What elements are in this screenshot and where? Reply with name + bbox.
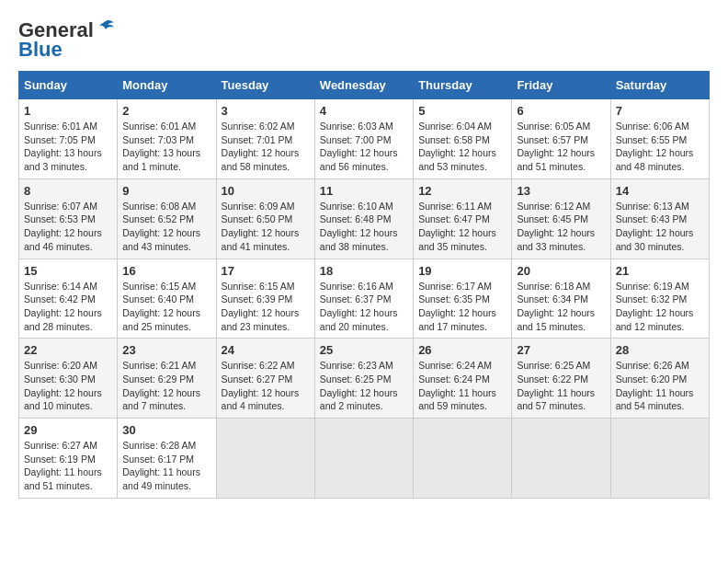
calendar-cell: 6Sunrise: 6:05 AMSunset: 6:57 PMDaylight… (512, 99, 610, 179)
sunrise-text: Sunrise: 6:02 AMSunset: 7:01 PMDaylight:… (222, 121, 300, 172)
day-number: 6 (517, 104, 605, 118)
sunrise-text: Sunrise: 6:27 AMSunset: 6:19 PMDaylight:… (24, 440, 102, 491)
page-header: General Blue (18, 18, 710, 62)
sunrise-text: Sunrise: 6:15 AMSunset: 6:40 PMDaylight:… (122, 281, 200, 332)
sunrise-text: Sunrise: 6:01 AMSunset: 7:05 PMDaylight:… (24, 121, 102, 172)
day-number: 29 (24, 423, 112, 437)
day-number: 20 (517, 264, 605, 278)
day-number: 24 (222, 343, 310, 357)
sunrise-text: Sunrise: 6:10 AMSunset: 6:48 PMDaylight:… (320, 201, 398, 252)
calendar-week-row: 15Sunrise: 6:14 AMSunset: 6:42 PMDayligh… (19, 259, 710, 339)
sunrise-text: Sunrise: 6:14 AMSunset: 6:42 PMDaylight:… (24, 281, 102, 332)
day-number: 21 (616, 264, 704, 278)
sunrise-text: Sunrise: 6:16 AMSunset: 6:37 PMDaylight:… (320, 281, 398, 332)
calendar-cell: 20Sunrise: 6:18 AMSunset: 6:34 PMDayligh… (512, 259, 610, 339)
sunrise-text: Sunrise: 6:18 AMSunset: 6:34 PMDaylight:… (517, 281, 595, 332)
day-number: 22 (24, 343, 112, 357)
sunrise-text: Sunrise: 6:13 AMSunset: 6:43 PMDaylight:… (616, 201, 694, 252)
sunrise-text: Sunrise: 6:19 AMSunset: 6:32 PMDaylight:… (616, 281, 694, 332)
day-number: 7 (616, 104, 704, 118)
calendar-cell (610, 419, 709, 499)
sunrise-text: Sunrise: 6:01 AMSunset: 7:03 PMDaylight:… (122, 121, 200, 172)
day-number: 18 (320, 264, 408, 278)
day-number: 27 (517, 343, 605, 357)
calendar-cell: 28Sunrise: 6:26 AMSunset: 6:20 PMDayligh… (610, 339, 709, 419)
calendar-cell: 13Sunrise: 6:12 AMSunset: 6:45 PMDayligh… (512, 178, 610, 259)
calendar-cell (512, 419, 610, 499)
calendar-cell: 14Sunrise: 6:13 AMSunset: 6:43 PMDayligh… (610, 178, 709, 259)
calendar-cell: 4Sunrise: 6:03 AMSunset: 7:00 PMDaylight… (314, 99, 413, 179)
logo: General Blue (18, 18, 116, 62)
calendar-header-row: SundayMondayTuesdayWednesdayThursdayFrid… (19, 72, 710, 99)
sunrise-text: Sunrise: 6:28 AMSunset: 6:17 PMDaylight:… (122, 440, 200, 491)
day-number: 23 (122, 343, 210, 357)
sunrise-text: Sunrise: 6:05 AMSunset: 6:57 PMDaylight:… (517, 121, 595, 172)
day-number: 4 (320, 104, 408, 118)
day-number: 5 (418, 104, 506, 118)
sunrise-text: Sunrise: 6:20 AMSunset: 6:30 PMDaylight:… (24, 360, 102, 411)
sunrise-text: Sunrise: 6:06 AMSunset: 6:55 PMDaylight:… (616, 121, 694, 172)
day-number: 26 (418, 343, 506, 357)
header-wednesday: Wednesday (314, 72, 413, 99)
sunrise-text: Sunrise: 6:24 AMSunset: 6:24 PMDaylight:… (418, 360, 496, 411)
calendar-table: SundayMondayTuesdayWednesdayThursdayFrid… (18, 71, 710, 499)
logo-bird-icon (96, 19, 116, 38)
calendar-cell: 18Sunrise: 6:16 AMSunset: 6:37 PMDayligh… (314, 259, 413, 339)
sunrise-text: Sunrise: 6:03 AMSunset: 7:00 PMDaylight:… (320, 121, 398, 172)
sunrise-text: Sunrise: 6:21 AMSunset: 6:29 PMDaylight:… (122, 360, 200, 411)
calendar-cell: 2Sunrise: 6:01 AMSunset: 7:03 PMDaylight… (118, 99, 216, 179)
sunrise-text: Sunrise: 6:25 AMSunset: 6:22 PMDaylight:… (517, 360, 595, 411)
calendar-cell: 17Sunrise: 6:15 AMSunset: 6:39 PMDayligh… (216, 259, 314, 339)
calendar-cell (414, 419, 512, 499)
day-number: 13 (517, 184, 605, 198)
calendar-week-row: 8Sunrise: 6:07 AMSunset: 6:53 PMDaylight… (19, 178, 710, 259)
sunrise-text: Sunrise: 6:23 AMSunset: 6:25 PMDaylight:… (320, 360, 398, 411)
calendar-cell: 22Sunrise: 6:20 AMSunset: 6:30 PMDayligh… (19, 339, 118, 419)
sunrise-text: Sunrise: 6:22 AMSunset: 6:27 PMDaylight:… (222, 360, 300, 411)
day-number: 19 (418, 264, 506, 278)
day-number: 1 (24, 104, 112, 118)
calendar-cell: 1Sunrise: 6:01 AMSunset: 7:05 PMDaylight… (19, 99, 118, 179)
day-number: 3 (222, 104, 310, 118)
day-number: 15 (24, 264, 112, 278)
calendar-cell: 21Sunrise: 6:19 AMSunset: 6:32 PMDayligh… (610, 259, 709, 339)
header-thursday: Thursday (414, 72, 512, 99)
calendar-cell: 11Sunrise: 6:10 AMSunset: 6:48 PMDayligh… (314, 178, 413, 259)
day-number: 9 (122, 184, 210, 198)
day-number: 12 (418, 184, 506, 198)
calendar-cell: 19Sunrise: 6:17 AMSunset: 6:35 PMDayligh… (414, 259, 512, 339)
calendar-week-row: 1Sunrise: 6:01 AMSunset: 7:05 PMDaylight… (19, 99, 710, 179)
calendar-cell: 30Sunrise: 6:28 AMSunset: 6:17 PMDayligh… (118, 419, 216, 499)
calendar-cell: 10Sunrise: 6:09 AMSunset: 6:50 PMDayligh… (216, 178, 314, 259)
calendar-cell: 12Sunrise: 6:11 AMSunset: 6:47 PMDayligh… (414, 178, 512, 259)
header-monday: Monday (118, 72, 216, 99)
logo-blue-text: Blue (18, 38, 63, 62)
day-number: 17 (222, 264, 310, 278)
calendar-cell: 24Sunrise: 6:22 AMSunset: 6:27 PMDayligh… (216, 339, 314, 419)
header-saturday: Saturday (610, 72, 709, 99)
sunrise-text: Sunrise: 6:04 AMSunset: 6:58 PMDaylight:… (418, 121, 496, 172)
day-number: 16 (122, 264, 210, 278)
sunrise-text: Sunrise: 6:15 AMSunset: 6:39 PMDaylight:… (222, 281, 300, 332)
calendar-cell: 8Sunrise: 6:07 AMSunset: 6:53 PMDaylight… (19, 178, 118, 259)
day-number: 28 (616, 343, 704, 357)
calendar-week-row: 22Sunrise: 6:20 AMSunset: 6:30 PMDayligh… (19, 339, 710, 419)
day-number: 30 (122, 423, 210, 437)
calendar-cell: 27Sunrise: 6:25 AMSunset: 6:22 PMDayligh… (512, 339, 610, 419)
day-number: 2 (122, 104, 210, 118)
calendar-cell: 26Sunrise: 6:24 AMSunset: 6:24 PMDayligh… (414, 339, 512, 419)
header-friday: Friday (512, 72, 610, 99)
sunrise-text: Sunrise: 6:12 AMSunset: 6:45 PMDaylight:… (517, 201, 595, 252)
sunrise-text: Sunrise: 6:09 AMSunset: 6:50 PMDaylight:… (222, 201, 300, 252)
calendar-cell: 16Sunrise: 6:15 AMSunset: 6:40 PMDayligh… (118, 259, 216, 339)
day-number: 25 (320, 343, 408, 357)
calendar-cell (216, 419, 314, 499)
sunrise-text: Sunrise: 6:07 AMSunset: 6:53 PMDaylight:… (24, 201, 102, 252)
day-number: 14 (616, 184, 704, 198)
calendar-cell: 23Sunrise: 6:21 AMSunset: 6:29 PMDayligh… (118, 339, 216, 419)
sunrise-text: Sunrise: 6:11 AMSunset: 6:47 PMDaylight:… (418, 201, 496, 252)
calendar-cell: 3Sunrise: 6:02 AMSunset: 7:01 PMDaylight… (216, 99, 314, 179)
calendar-cell: 25Sunrise: 6:23 AMSunset: 6:25 PMDayligh… (314, 339, 413, 419)
calendar-cell: 5Sunrise: 6:04 AMSunset: 6:58 PMDaylight… (414, 99, 512, 179)
sunrise-text: Sunrise: 6:26 AMSunset: 6:20 PMDaylight:… (616, 360, 694, 411)
